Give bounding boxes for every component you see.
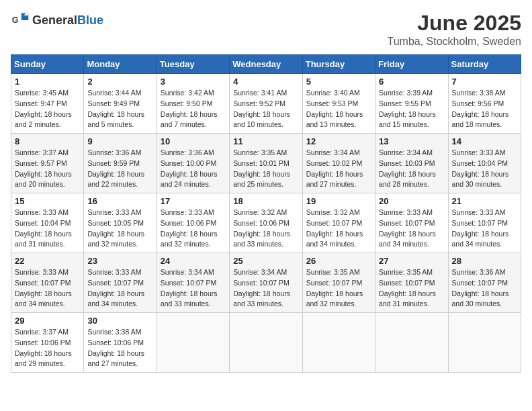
calendar-cell: 17 Sunrise: 3:33 AM Sunset: 10:06 PM Day… (157, 193, 229, 253)
day-number: 24 (161, 256, 226, 266)
calendar-cell (375, 313, 448, 373)
calendar-cell: 11 Sunrise: 3:35 AM Sunset: 10:01 PM Day… (230, 134, 302, 193)
day-info: Sunrise: 3:36 AM Sunset: 10:00 PM Daylig… (161, 148, 226, 190)
day-number: 20 (379, 196, 444, 206)
day-info: Sunrise: 3:33 AM Sunset: 10:04 PM Daylig… (15, 208, 80, 250)
day-number: 25 (233, 256, 298, 266)
calendar-cell: 29 Sunrise: 3:37 AM Sunset: 10:06 PM Day… (11, 313, 84, 373)
day-info: Sunrise: 3:32 AM Sunset: 10:06 PM Daylig… (233, 208, 298, 250)
day-number: 6 (379, 77, 444, 87)
week-row-3: 15 Sunrise: 3:33 AM Sunset: 10:04 PM Day… (11, 193, 521, 253)
day-number: 5 (306, 77, 371, 87)
day-info: Sunrise: 3:33 AM Sunset: 10:07 PM Daylig… (87, 267, 152, 310)
day-number: 9 (87, 136, 152, 146)
week-row-4: 22 Sunrise: 3:33 AM Sunset: 10:07 PM Day… (11, 253, 521, 313)
calendar-cell: 23 Sunrise: 3:33 AM Sunset: 10:07 PM Day… (84, 253, 157, 313)
calendar-cell: 2 Sunrise: 3:44 AM Sunset: 9:49 PM Dayli… (84, 74, 157, 134)
location-title: Tumba, Stockholm, Sweden (388, 36, 522, 48)
calendar-cell: 10 Sunrise: 3:36 AM Sunset: 10:00 PM Day… (157, 134, 229, 193)
header-thursday: Thursday (302, 55, 375, 74)
svg-text:G: G (12, 15, 19, 25)
day-info: Sunrise: 3:38 AM Sunset: 10:06 PM Daylig… (87, 327, 152, 369)
day-info: Sunrise: 3:35 AM Sunset: 10:01 PM Daylig… (233, 148, 298, 190)
calendar-cell (448, 313, 521, 373)
day-number: 8 (15, 136, 80, 146)
day-info: Sunrise: 3:33 AM Sunset: 10:04 PM Daylig… (452, 148, 517, 190)
header-sunday: Sunday (11, 55, 84, 74)
day-number: 12 (306, 136, 371, 146)
calendar-cell: 27 Sunrise: 3:35 AM Sunset: 10:07 PM Day… (375, 253, 448, 313)
calendar-cell: 18 Sunrise: 3:32 AM Sunset: 10:06 PM Day… (230, 193, 302, 253)
calendar-body: 1 Sunrise: 3:45 AM Sunset: 9:47 PM Dayli… (11, 74, 521, 373)
calendar-cell: 26 Sunrise: 3:35 AM Sunset: 10:07 PM Day… (302, 253, 375, 313)
day-info: Sunrise: 3:34 AM Sunset: 10:03 PM Daylig… (379, 148, 444, 190)
day-number: 4 (233, 77, 298, 87)
day-info: Sunrise: 3:34 AM Sunset: 10:02 PM Daylig… (306, 148, 371, 190)
logo-blue: Blue (77, 13, 103, 27)
calendar-cell: 22 Sunrise: 3:33 AM Sunset: 10:07 PM Day… (11, 253, 84, 313)
day-number: 7 (452, 77, 517, 87)
day-info: Sunrise: 3:33 AM Sunset: 10:07 PM Daylig… (15, 267, 80, 310)
day-info: Sunrise: 3:35 AM Sunset: 10:07 PM Daylig… (379, 267, 444, 310)
calendar-header: SundayMondayTuesdayWednesdayThursdayFrid… (11, 55, 521, 74)
day-number: 1 (15, 77, 80, 87)
calendar-cell: 13 Sunrise: 3:34 AM Sunset: 10:03 PM Day… (375, 134, 448, 193)
day-info: Sunrise: 3:34 AM Sunset: 10:07 PM Daylig… (233, 267, 298, 310)
day-number: 30 (87, 316, 152, 326)
day-info: Sunrise: 3:44 AM Sunset: 9:49 PM Dayligh… (87, 88, 152, 130)
calendar-cell: 25 Sunrise: 3:34 AM Sunset: 10:07 PM Day… (230, 253, 302, 313)
calendar-cell: 14 Sunrise: 3:33 AM Sunset: 10:04 PM Day… (448, 134, 521, 193)
calendar-cell: 4 Sunrise: 3:41 AM Sunset: 9:52 PM Dayli… (230, 74, 302, 134)
calendar-cell: 9 Sunrise: 3:36 AM Sunset: 9:59 PM Dayli… (84, 134, 157, 193)
calendar-cell: 20 Sunrise: 3:33 AM Sunset: 10:07 PM Day… (375, 193, 448, 253)
calendar-cell: 21 Sunrise: 3:33 AM Sunset: 10:07 PM Day… (448, 193, 521, 253)
day-number: 2 (87, 77, 152, 87)
day-number: 22 (15, 256, 80, 266)
day-number: 26 (306, 256, 371, 266)
day-number: 3 (161, 77, 226, 87)
header-row: SundayMondayTuesdayWednesdayThursdayFrid… (11, 55, 521, 74)
header-wednesday: Wednesday (230, 55, 302, 74)
calendar-cell: 28 Sunrise: 3:36 AM Sunset: 10:07 PM Day… (448, 253, 521, 313)
day-number: 13 (379, 136, 444, 146)
logo-icon: G (11, 11, 30, 30)
day-number: 15 (15, 196, 80, 206)
day-number: 16 (87, 196, 152, 206)
month-title: June 2025 (388, 11, 522, 36)
calendar-cell: 7 Sunrise: 3:38 AM Sunset: 9:56 PM Dayli… (448, 74, 521, 134)
day-info: Sunrise: 3:36 AM Sunset: 9:59 PM Dayligh… (87, 148, 152, 190)
day-number: 23 (87, 256, 152, 266)
day-info: Sunrise: 3:35 AM Sunset: 10:07 PM Daylig… (306, 267, 371, 310)
calendar-cell: 12 Sunrise: 3:34 AM Sunset: 10:02 PM Day… (302, 134, 375, 193)
logo: G GeneralBlue (11, 11, 103, 30)
calendar-cell: 24 Sunrise: 3:34 AM Sunset: 10:07 PM Day… (157, 253, 229, 313)
header-friday: Friday (375, 55, 448, 74)
calendar-cell (157, 313, 229, 373)
week-row-5: 29 Sunrise: 3:37 AM Sunset: 10:06 PM Day… (11, 313, 521, 373)
day-number: 21 (452, 196, 517, 206)
week-row-2: 8 Sunrise: 3:37 AM Sunset: 9:57 PM Dayli… (11, 134, 521, 193)
day-info: Sunrise: 3:33 AM Sunset: 10:05 PM Daylig… (87, 208, 152, 250)
calendar-cell: 6 Sunrise: 3:39 AM Sunset: 9:55 PM Dayli… (375, 74, 448, 134)
calendar-cell: 30 Sunrise: 3:38 AM Sunset: 10:06 PM Day… (84, 313, 157, 373)
day-number: 11 (233, 136, 298, 146)
title-area: June 2025 Tumba, Stockholm, Sweden (388, 11, 522, 48)
calendar-cell (302, 313, 375, 373)
header-tuesday: Tuesday (157, 55, 229, 74)
day-info: Sunrise: 3:38 AM Sunset: 9:56 PM Dayligh… (452, 88, 517, 130)
day-number: 27 (379, 256, 444, 266)
calendar-cell (230, 313, 302, 373)
logo-general: General (32, 13, 77, 27)
day-info: Sunrise: 3:39 AM Sunset: 9:55 PM Dayligh… (379, 88, 444, 130)
day-number: 14 (452, 136, 517, 146)
calendar-cell: 3 Sunrise: 3:42 AM Sunset: 9:50 PM Dayli… (157, 74, 229, 134)
day-info: Sunrise: 3:32 AM Sunset: 10:07 PM Daylig… (306, 208, 371, 250)
day-info: Sunrise: 3:41 AM Sunset: 9:52 PM Dayligh… (233, 88, 298, 130)
day-info: Sunrise: 3:36 AM Sunset: 10:07 PM Daylig… (452, 267, 517, 310)
day-info: Sunrise: 3:33 AM Sunset: 10:06 PM Daylig… (161, 208, 226, 250)
header-monday: Monday (84, 55, 157, 74)
day-info: Sunrise: 3:42 AM Sunset: 9:50 PM Dayligh… (161, 88, 226, 130)
calendar-cell: 1 Sunrise: 3:45 AM Sunset: 9:47 PM Dayli… (11, 74, 84, 134)
day-info: Sunrise: 3:37 AM Sunset: 10:06 PM Daylig… (15, 327, 80, 369)
day-number: 29 (15, 316, 80, 326)
